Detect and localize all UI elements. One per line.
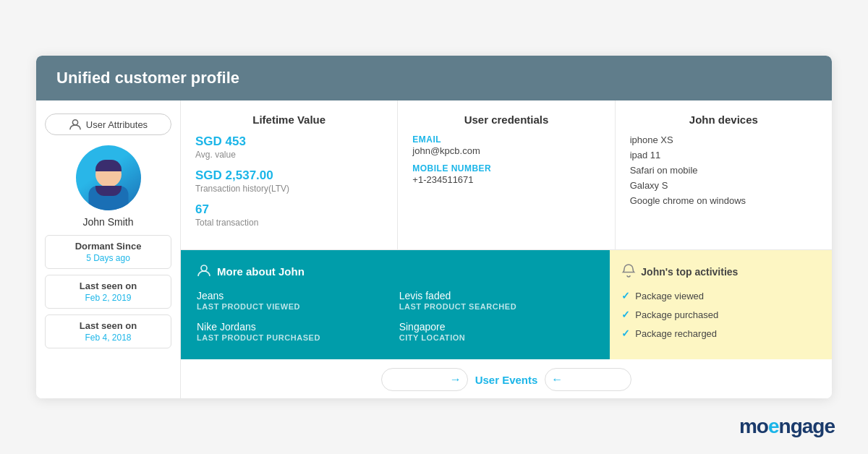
logo-mo: mo	[739, 415, 768, 437]
main-content: Lifetime Value SGD 453 Avg. value SGD 2,…	[181, 100, 832, 398]
logo-ngage: ngage	[779, 415, 835, 437]
page-background: Unified customer profile User Attributes	[0, 0, 868, 454]
svg-point-1	[201, 265, 207, 271]
mobile-label: MOBILE NUMBER	[412, 163, 600, 174]
about-item-3: Singapore CITY LOCATION	[399, 321, 595, 342]
user-attributes-tab[interactable]: User Attributes	[45, 113, 171, 135]
device-item: Galaxy S	[630, 180, 817, 191]
check-icon: ✓	[621, 290, 630, 301]
sidebar: User Attributes John Smith Dormant S	[36, 100, 181, 398]
avatar-figure	[83, 153, 134, 210]
email-value: john@kpcb.com	[412, 145, 600, 156]
user-events-left-line: →	[381, 368, 468, 391]
check-icon: ✓	[621, 309, 630, 320]
logo-area: moengage	[739, 415, 835, 438]
last-seen-1-title: Last seen on	[50, 280, 166, 291]
check-icon: ✓	[621, 327, 630, 339]
devices-list: iphone XS ipad 11 Safari on mobile Galax…	[630, 134, 817, 206]
user-credentials-title: User credentials	[412, 113, 600, 126]
more-about-title: More about John	[197, 263, 594, 280]
lifetime-value-block: Lifetime Value SGD 453 Avg. value SGD 2,…	[181, 100, 398, 249]
user-attr-label: User Attributes	[86, 119, 148, 130]
last-seen-1-value: Feb 2, 2019	[50, 293, 166, 303]
last-seen-1-card: Last seen on Feb 2, 2019	[45, 275, 171, 309]
ltv-label: Transaction history(LTV)	[195, 184, 383, 194]
user-name: John Smith	[82, 216, 133, 228]
avatar-hair	[95, 160, 122, 171]
dormant-value: 5 Days ago	[50, 253, 166, 263]
activity-item-0: ✓ Package viewed	[621, 290, 820, 301]
last-seen-2-value: Feb 4, 2018	[50, 333, 166, 343]
last-seen-2-card: Last seen on Feb 4, 2018	[45, 314, 171, 348]
about-item-2: Nike Jordans LAST PRODUCT PURCHASED	[197, 321, 392, 342]
top-row: Lifetime Value SGD 453 Avg. value SGD 2,…	[181, 100, 832, 250]
email-label: EMAIL	[412, 134, 600, 145]
avatar	[76, 145, 141, 210]
ltv-value: SGD 2,537.00	[195, 168, 383, 183]
profile-header: Unified customer profile	[36, 56, 832, 100]
bottom-row: More about John Jeans LAST PRODUCT VIEWE…	[181, 250, 832, 359]
total-tx-label: Total transaction	[195, 218, 383, 228]
about-item-0: Jeans LAST PRODUCT VIEWED	[197, 290, 392, 311]
lifetime-value-title: Lifetime Value	[195, 113, 383, 126]
more-about-block: More about John Jeans LAST PRODUCT VIEWE…	[181, 250, 610, 359]
user-credentials-block: User credentials EMAIL john@kpcb.com MOB…	[398, 100, 615, 249]
top-activities-block: John's top activities ✓ Package viewed ✓…	[610, 250, 832, 359]
top-activities-title: John's top activities	[621, 263, 820, 280]
avatar-beard	[95, 186, 122, 196]
total-tx-value: 67	[195, 202, 383, 217]
profile-card: Unified customer profile User Attributes	[36, 56, 832, 398]
last-seen-2-title: Last seen on	[50, 320, 166, 331]
user-events-label: User Events	[475, 374, 538, 386]
activity-item-2: ✓ Package recharged	[621, 327, 820, 339]
profile-body: User Attributes John Smith Dormant S	[36, 100, 832, 398]
bell-icon	[621, 263, 636, 280]
svg-point-0	[72, 120, 77, 125]
user-icon	[69, 118, 82, 131]
device-item: Safari on mobile	[630, 165, 817, 176]
device-item: ipad 11	[630, 150, 817, 160]
dormant-title: Dormant Since	[50, 241, 166, 252]
avg-label: Avg. value	[195, 150, 383, 160]
device-item: iphone XS	[630, 134, 817, 145]
john-devices-title: John devices	[630, 113, 817, 126]
user-events-bar[interactable]: → User Events ←	[181, 359, 832, 398]
profile-header-title: Unified customer profile	[56, 69, 239, 87]
logo-dot: e	[768, 415, 779, 437]
arrow-left-icon: ←	[551, 373, 563, 386]
activity-item-1: ✓ Package purchased	[621, 309, 820, 320]
more-about-grid: Jeans LAST PRODUCT VIEWED Levis faded LA…	[197, 290, 594, 342]
device-item: Google chrome on windows	[630, 195, 817, 206]
user-events-right-line: ←	[545, 368, 631, 391]
person-icon	[197, 263, 211, 280]
john-devices-block: John devices iphone XS ipad 11 Safari on…	[616, 100, 832, 249]
about-item-1: Levis faded LAST PRODUCT SEARCHED	[399, 290, 595, 311]
logo-text: moengage	[739, 415, 835, 438]
mobile-value: +1-234511671	[412, 174, 600, 185]
avg-value: SGD 453	[195, 134, 383, 149]
dormant-card: Dormant Since 5 Days ago	[45, 235, 171, 269]
arrow-right-icon: →	[450, 373, 461, 386]
